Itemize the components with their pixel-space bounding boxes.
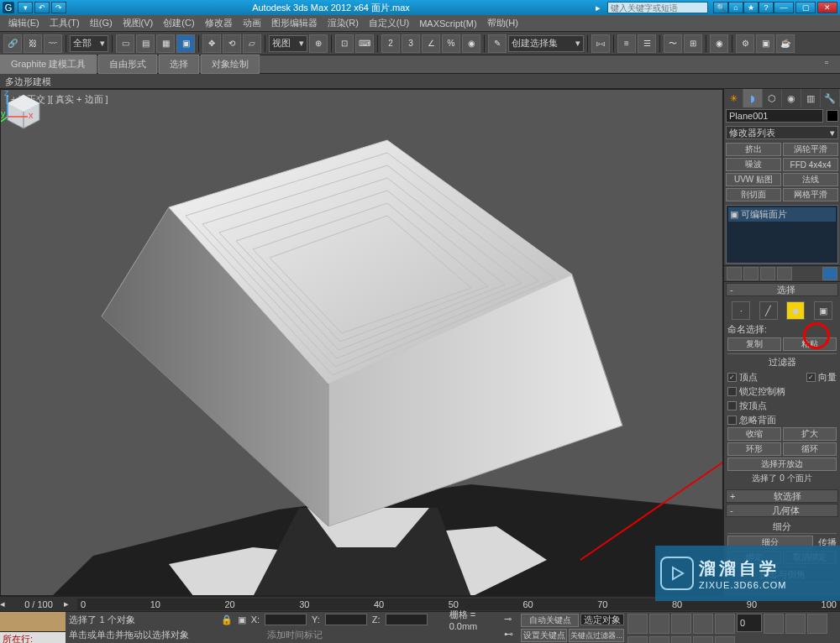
btn-copy[interactable]: 复制 [727,337,781,351]
unlink-icon[interactable]: ⛓ [24,34,42,53]
menu-group[interactable]: 组(G) [85,17,118,29]
rollout-selection[interactable]: -选择 [726,283,838,296]
close-button[interactable]: ✕ [817,2,837,13]
snap-2d-icon[interactable]: 2 [381,34,400,53]
time-next-icon[interactable]: ▸ [64,599,77,610]
pivot-icon[interactable]: ⊕ [309,34,328,53]
object-color-swatch[interactable] [827,110,838,122]
tab-create-icon[interactable]: ✳ [724,89,743,107]
edit-named-sel-icon[interactable]: ✎ [488,34,507,53]
nav-goto-end-icon[interactable] [715,614,735,634]
btn-extrude[interactable]: 挤出 [726,143,781,156]
btn-keyfilter[interactable]: 关键点过滤器... [569,629,624,642]
tab-modify-icon[interactable]: ◗ [743,89,763,107]
viewport[interactable]: [ + ][ 正交 ][ 真实 + 边面 ] [0,89,723,596]
mirror-icon[interactable]: ▹◃ [591,34,610,53]
app-icon[interactable]: G [3,2,14,13]
favorites-icon[interactable]: ★ [743,2,759,13]
tab-utilities-icon[interactable]: 🔧 [821,89,840,107]
select-manipulate-icon[interactable]: ⊡ [335,34,354,53]
btn-chamfer[interactable]: 剖切面 [726,188,781,201]
menu-modifiers[interactable]: 修改器 [200,17,238,29]
btn-noise[interactable]: 噪波 [726,158,781,171]
set-key-icon[interactable]: ⊷ [504,629,519,642]
rollout-geometry[interactable]: -几何体 [726,504,838,517]
nav-pan-icon[interactable] [671,636,691,644]
render-icon[interactable]: ☕ [776,34,795,53]
render-frame-icon[interactable]: ▣ [756,34,774,53]
select-name-icon[interactable]: ▤ [136,34,155,53]
percent-snap-icon[interactable]: % [442,34,460,53]
keyboard-shortcut-icon[interactable]: ⌨ [355,34,374,53]
nav-zoom-extents-icon[interactable] [627,636,648,644]
stack-item-editable-patch[interactable]: ▣可编辑面片 [728,207,836,222]
key-mode-icon[interactable]: ⊸ [504,614,519,627]
make-unique-icon[interactable] [760,267,775,280]
chk-by-vertex[interactable] [727,401,737,410]
chk-vertices[interactable]: ✓ [727,373,737,382]
scale-icon[interactable]: ▱ [243,34,261,53]
script-listener[interactable]: 所在行: [0,612,66,643]
remove-mod-icon[interactable] [777,267,792,280]
search-input[interactable] [607,2,708,13]
coord-y-input[interactable] [325,614,367,625]
menu-views[interactable]: 视图(V) [118,17,159,29]
schematic-icon[interactable]: ⊞ [684,34,702,53]
btn-setkey[interactable]: 设置关键点 [521,629,567,642]
subobj-edge-icon[interactable]: ╱ [759,301,778,320]
nav-zoom-icon[interactable] [785,614,806,634]
nav-max-toggle-icon[interactable] [715,636,735,644]
add-time-tag[interactable]: 添加时间标记 [267,629,323,641]
select-region-icon[interactable]: ▦ [156,34,175,53]
render-setup-icon[interactable]: ⚙ [736,34,754,53]
ref-coord-dropdown[interactable]: 视图▾ [269,35,307,52]
subobj-element-icon[interactable]: ▣ [814,301,832,320]
lock-icon[interactable]: 🔒 [221,614,233,625]
menu-customize[interactable]: 自定义(U) [364,17,414,29]
time-current[interactable]: 0 / 100 [13,599,64,609]
help-icon[interactable]: ? [759,2,774,13]
tab-freeform[interactable]: 自由形式 [98,55,157,74]
menu-edit[interactable]: 编辑(E) [3,17,45,29]
ribbon-min-icon[interactable]: ▫ [825,57,840,72]
snap-3d-icon[interactable]: 3 [402,34,420,53]
minimize-button[interactable]: — [774,2,794,13]
tab-hierarchy-icon[interactable]: ⬡ [763,89,782,107]
rollout-soft-selection[interactable]: +软选择 [726,489,838,503]
modifier-list-dropdown[interactable]: 修改器列表▾ [726,126,838,139]
align-icon[interactable]: ≡ [617,34,636,53]
subscription-icon[interactable]: ⌂ [728,2,743,13]
btn-meshsmooth[interactable]: 网格平滑 [783,188,838,201]
bind-spacewarp-icon[interactable]: 〰 [44,34,62,53]
btn-grow[interactable]: 扩大 [783,427,837,441]
nav-time-config-icon[interactable] [764,614,784,634]
nav-goto-start-icon[interactable] [627,614,648,634]
nav-fov-icon[interactable] [649,636,669,644]
tab-motion-icon[interactable]: ◉ [782,89,801,107]
configure-sets-icon[interactable] [822,267,837,280]
move-icon[interactable]: ✥ [202,34,221,53]
curve-editor-icon[interactable]: 〜 [664,34,682,53]
selected-set-field[interactable]: 选定对象 [580,614,624,625]
btn-ffd[interactable]: FFD 4x4x4 [783,158,838,171]
tab-selection[interactable]: 选择 [159,55,199,74]
btn-autokey[interactable]: 自动关键点 [521,614,579,627]
time-prev-icon[interactable]: ◂ [0,599,13,610]
search-icon[interactable]: 🔍 [713,2,728,13]
selection-filter-dropdown[interactable]: 全部▾ [70,35,108,52]
layers-icon[interactable]: ☰ [638,34,656,53]
menu-maxscript[interactable]: MAXScript(M) [414,18,481,29]
nav-play-icon[interactable] [671,614,691,634]
spinner-snap-icon[interactable]: ◉ [462,34,480,53]
nav-orbit-icon[interactable] [693,636,713,644]
window-crossing-icon[interactable]: ▣ [176,34,195,53]
tab-paint[interactable]: 对象绘制 [201,55,260,74]
isolate-icon[interactable]: ▣ [238,614,246,625]
angle-snap-icon[interactable]: ∠ [422,34,440,53]
tab-graphite[interactable]: Graphite 建模工具 [0,55,97,74]
btn-turbosmooth[interactable]: 涡轮平滑 [783,143,838,156]
nav-prev-frame-icon[interactable] [649,614,669,634]
show-end-icon[interactable] [743,267,759,280]
btn-normal[interactable]: 法线 [783,173,838,186]
btn-shrink[interactable]: 收缩 [727,427,781,441]
